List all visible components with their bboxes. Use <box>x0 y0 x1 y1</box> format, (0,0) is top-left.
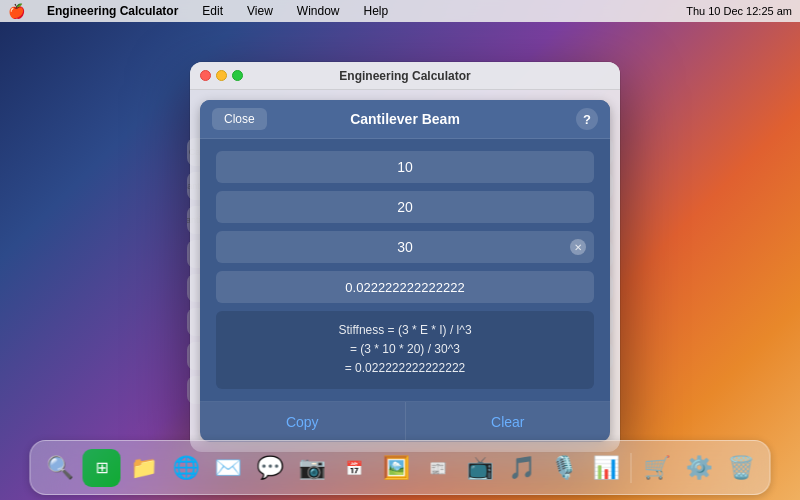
input-clear-button[interactable]: ✕ <box>570 239 586 255</box>
dock-appstore[interactable]: 🛒 <box>638 449 676 487</box>
input-field-2[interactable] <box>216 191 594 223</box>
dock-music[interactable]: 🎵 <box>503 449 541 487</box>
menu-clock: Thu 10 Dec 12:25 am <box>686 5 792 17</box>
minimize-traffic-light[interactable] <box>216 70 227 81</box>
clear-button[interactable]: Clear <box>406 402 611 442</box>
dock-launchpad[interactable]: ⊞ <box>83 449 121 487</box>
input-1[interactable] <box>228 159 582 175</box>
dock-tv[interactable]: 📺 <box>461 449 499 487</box>
menu-view[interactable]: View <box>241 2 279 20</box>
formula-box: Stiffness = (3 * E * I) / l^3 = (3 * 10 … <box>216 311 594 389</box>
dock-separator <box>631 453 632 483</box>
dock-news[interactable]: 📰 <box>419 449 457 487</box>
dock-calendar[interactable]: 📅 <box>335 449 373 487</box>
menu-edit[interactable]: Edit <box>196 2 229 20</box>
dock-podcasts[interactable]: 🎙️ <box>545 449 583 487</box>
window-title-bar: Engineering Calculator <box>190 62 620 90</box>
dock-mail[interactable]: ✉️ <box>209 449 247 487</box>
traffic-lights <box>200 70 243 81</box>
input-field-3[interactable]: ✕ <box>216 231 594 263</box>
formula-line-2: = (3 * 10 * 20) / 30^3 <box>232 340 578 359</box>
copy-button[interactable]: Copy <box>200 402 406 442</box>
dock-safari[interactable]: 🌐 <box>167 449 205 487</box>
dock-finder[interactable]: 🔍 <box>41 449 79 487</box>
menu-bar-left: 🍎 Engineering Calculator Edit View Windo… <box>8 2 394 20</box>
help-button[interactable]: ? <box>576 108 598 130</box>
window-title: Engineering Calculator <box>339 69 470 83</box>
dock-facetime[interactable]: 📷 <box>293 449 331 487</box>
result-value: 0.022222222222222 <box>228 280 582 295</box>
dock: 🔍 ⊞ 📁 🌐 ✉️ 💬 📷 📅 🖼️ 📰 📺 🎵 🎙️ 📊 🛒 ⚙️ 🗑️ <box>30 440 771 495</box>
input-2[interactable] <box>228 199 582 215</box>
dialog: Close Cantilever Beam ? ✕ <box>200 100 610 442</box>
dock-numbers[interactable]: 📊 <box>587 449 625 487</box>
close-traffic-light[interactable] <box>200 70 211 81</box>
formula-line-3: = 0.022222222222222 <box>232 359 578 378</box>
dialog-header: Close Cantilever Beam ? <box>200 100 610 139</box>
result-field: 0.022222222222222 <box>216 271 594 303</box>
dock-trash[interactable]: 🗑️ <box>722 449 760 487</box>
input-3[interactable] <box>228 239 582 255</box>
menu-bar: 🍎 Engineering Calculator Edit View Windo… <box>0 0 800 22</box>
fullscreen-traffic-light[interactable] <box>232 70 243 81</box>
formula-line-1: Stiffness = (3 * E * I) / l^3 <box>232 321 578 340</box>
input-field-1[interactable] <box>216 151 594 183</box>
menu-help[interactable]: Help <box>358 2 395 20</box>
dock-messages[interactable]: 💬 <box>251 449 289 487</box>
close-button[interactable]: Close <box>212 108 267 130</box>
dialog-footer: Copy Clear <box>200 401 610 442</box>
apple-menu[interactable]: 🍎 <box>8 3 25 19</box>
dock-photos[interactable]: 🖼️ <box>377 449 415 487</box>
desktop: 🍎 Engineering Calculator Edit View Windo… <box>0 0 800 500</box>
app-name[interactable]: Engineering Calculator <box>41 2 184 20</box>
menu-bar-right: Thu 10 Dec 12:25 am <box>686 5 792 17</box>
menu-window[interactable]: Window <box>291 2 346 20</box>
dialog-body: ✕ 0.022222222222222 Stiffness = (3 * E *… <box>200 139 610 401</box>
dock-settings[interactable]: ⚙️ <box>680 449 718 487</box>
modal-window: Engineering Calculator Close Cantilever … <box>190 62 620 452</box>
dialog-title: Cantilever Beam <box>350 111 460 127</box>
dock-files[interactable]: 📁 <box>125 449 163 487</box>
